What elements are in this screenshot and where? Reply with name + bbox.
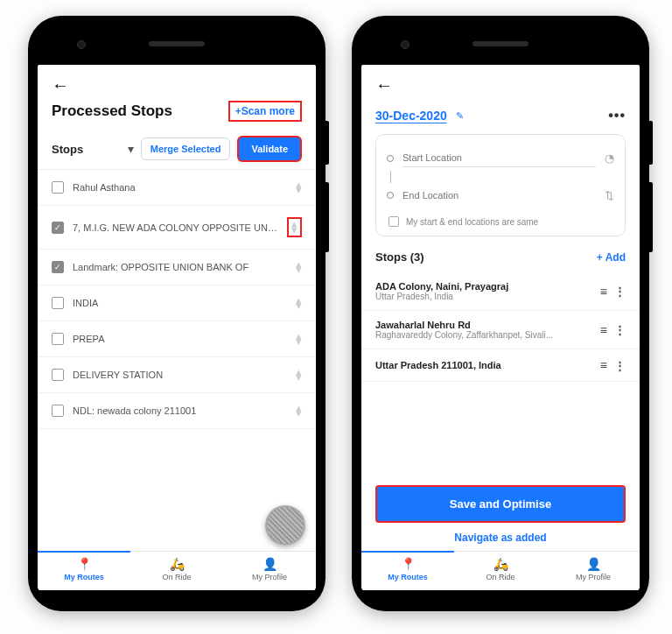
add-stop-button[interactable]: + Add — [597, 251, 626, 264]
route-connector-icon — [390, 171, 391, 183]
drag-handle-icon[interactable]: ▴▾ — [287, 217, 302, 237]
nav-label: My Routes — [388, 573, 428, 581]
reorder-handle-icon[interactable]: ≡ — [600, 358, 607, 372]
speaker-grille — [472, 41, 528, 46]
stop-label: INDIA — [73, 298, 287, 308]
merge-selected-button[interactable]: Merge Selected — [141, 137, 231, 160]
stop-title: Uttar Pradesh 211001, India — [375, 360, 593, 370]
edit-date-icon[interactable]: ✎ — [456, 110, 464, 122]
pin-icon: 📍 — [38, 557, 130, 571]
front-camera — [401, 40, 410, 49]
nav-my-routes[interactable]: 📍 My Routes — [361, 552, 454, 590]
stop-label: Rahul Asthana — [73, 182, 287, 193]
stop-subtitle: Uttar Pradesh, India — [375, 292, 593, 301]
planned-stop-row[interactable]: ADA Colony, Naini, Prayagraj Uttar Prade… — [361, 272, 640, 311]
drag-handle-icon[interactable]: ▴▾ — [296, 182, 302, 194]
drag-handle-icon[interactable]: ▴▾ — [296, 405, 302, 417]
filter-icon[interactable]: ▾ — [128, 142, 134, 156]
stop-row[interactable]: INDIA ▴▾ — [38, 285, 316, 321]
stop-label: NDL: newada colony 211001 — [73, 405, 287, 416]
speaker-grille — [149, 41, 205, 46]
back-icon[interactable]: ← — [52, 75, 69, 95]
start-location-input[interactable] — [402, 149, 596, 167]
stop-row[interactable]: ✓ 7, M.I.G. NEW ADA COLONY OPPOSITE UNIO… — [38, 206, 316, 250]
checkbox[interactable]: ✓ — [52, 222, 64, 234]
stop-menu-icon[interactable]: ⋮ — [614, 323, 626, 336]
stop-row[interactable]: DELIVERY STATION ▴▾ — [38, 357, 316, 393]
checkbox[interactable] — [52, 405, 64, 417]
drag-handle-icon[interactable]: ▴▾ — [296, 262, 302, 273]
checkbox[interactable] — [52, 297, 64, 309]
stop-label: Landmark: OPPOSITE UNION BANK OF — [73, 262, 287, 272]
stops-list: Rahul Asthana ▴▾ ✓ 7, M.I.G. NEW ADA COL… — [38, 170, 316, 551]
nav-label: My Profile — [576, 573, 611, 581]
planned-stop-row[interactable]: Uttar Pradesh 211001, India ≡ ⋮ — [361, 349, 640, 382]
clock-icon[interactable]: ◔ — [605, 151, 614, 165]
stop-subtitle: Raghavareddy Colony, Zaffarkhanpet, Siva… — [375, 330, 593, 340]
stop-row[interactable]: ✓ Landmark: OPPOSITE UNION BANK OF ▴▾ — [38, 250, 316, 285]
same-location-label: My start & end locations are same — [406, 217, 538, 227]
swap-icon[interactable]: ⇅ — [605, 189, 614, 202]
nav-on-ride[interactable]: 🛵 On Ride — [130, 552, 223, 590]
bottom-nav: 📍 My Routes 🛵 On Ride 👤 My Profile — [38, 551, 316, 590]
front-camera — [77, 40, 86, 49]
scanned-image-fab[interactable] — [265, 505, 305, 546]
drag-handle-icon[interactable]: ▴▾ — [296, 370, 302, 381]
checkbox[interactable]: ✓ — [52, 261, 64, 273]
stop-row[interactable]: Rahul Asthana ▴▾ — [38, 170, 316, 206]
planned-stop-row[interactable]: Jawaharlal Nehru Rd Raghavareddy Colony,… — [361, 311, 640, 349]
end-location-input[interactable] — [402, 187, 596, 204]
processed-stops-screen: ← Processed Stops +Scan more Stops ▾ Mer… — [38, 65, 316, 590]
same-location-checkbox[interactable] — [388, 216, 399, 227]
reorder-handle-icon[interactable]: ≡ — [600, 323, 607, 337]
pin-icon: 📍 — [361, 557, 454, 571]
stop-menu-icon[interactable]: ⋮ — [614, 285, 626, 298]
route-plan-screen: ← 30-Dec-2020 ✎ ••• ◔ — [361, 65, 640, 590]
profile-icon: 👤 — [547, 557, 640, 571]
nav-indicator — [38, 551, 130, 553]
drag-handle-icon[interactable]: ▴▾ — [296, 334, 302, 345]
stop-menu-icon[interactable]: ⋮ — [614, 359, 626, 372]
drag-handle-icon[interactable]: ▴▾ — [296, 298, 302, 309]
nav-label: My Profile — [252, 573, 287, 581]
reorder-handle-icon[interactable]: ≡ — [600, 285, 607, 299]
more-options-icon[interactable]: ••• — [608, 108, 626, 123]
nav-my-routes[interactable]: 📍 My Routes — [38, 552, 130, 590]
stop-title: ADA Colony, Naini, Prayagraj — [375, 281, 593, 292]
end-dot-icon — [387, 192, 394, 199]
route-date-link[interactable]: 30-Dec-2020 — [375, 109, 447, 123]
stops-count-label: Stops (3) — [375, 250, 424, 264]
checkbox[interactable] — [52, 181, 64, 194]
stop-label: PREPA — [73, 334, 287, 344]
stop-label: 7, M.I.G. NEW ADA COLONY OPPOSITE UNION … — [73, 222, 278, 233]
stop-title: Jawaharlal Nehru Rd — [375, 320, 593, 330]
stop-label: DELIVERY STATION — [73, 370, 287, 380]
checkbox[interactable] — [52, 333, 64, 345]
nav-label: On Ride — [162, 573, 191, 581]
scooter-icon: 🛵 — [454, 557, 547, 571]
page-title: Processed Stops — [52, 102, 172, 120]
stop-row[interactable]: PREPA ▴▾ — [38, 321, 316, 357]
nav-label: On Ride — [486, 573, 514, 581]
start-dot-icon — [387, 155, 394, 162]
back-icon[interactable]: ← — [375, 75, 393, 95]
location-card: ◔ ⇅ My start & end locations are same — [375, 134, 626, 236]
nav-my-profile[interactable]: 👤 My Profile — [223, 552, 316, 590]
stop-row[interactable]: NDL: newada colony 211001 ▴▾ — [38, 393, 316, 429]
nav-indicator — [361, 551, 454, 553]
scooter-icon: 🛵 — [130, 557, 223, 571]
nav-my-profile[interactable]: 👤 My Profile — [547, 552, 640, 590]
save-optimise-button[interactable]: Save and Optimise — [375, 485, 626, 523]
checkbox[interactable] — [52, 369, 64, 381]
profile-icon: 👤 — [223, 557, 316, 571]
stops-label: Stops — [52, 143, 83, 156]
validate-button[interactable]: Validate — [237, 136, 302, 162]
nav-label: My Routes — [64, 573, 104, 581]
bottom-nav: 📍 My Routes 🛵 On Ride 👤 My Profile — [361, 551, 640, 590]
nav-on-ride[interactable]: 🛵 On Ride — [454, 552, 547, 590]
scan-more-button[interactable]: +Scan more — [228, 101, 302, 122]
navigate-as-added-link[interactable]: Navigate as added — [375, 532, 626, 544]
